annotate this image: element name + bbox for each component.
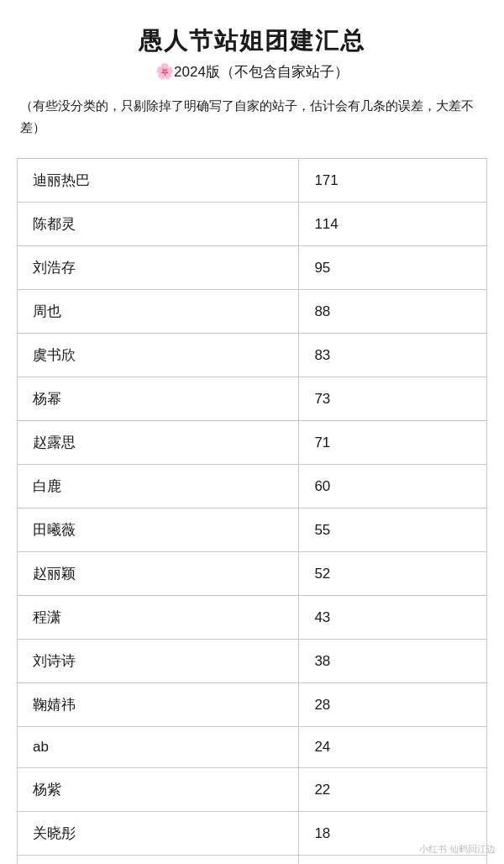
table-row: 虞书欣83	[18, 334, 487, 377]
celebrity-count: 22	[299, 768, 487, 812]
table-row: 赵丽颖52	[18, 552, 487, 596]
table-row: 田曦薇55	[18, 508, 487, 552]
table-row: 刘诗诗38	[18, 640, 487, 683]
celebrity-name: 刘浩存	[18, 246, 299, 290]
celebrity-count: 24	[299, 727, 487, 768]
celebrity-count: 38	[299, 640, 487, 683]
celebrity-count: 95	[299, 246, 487, 290]
celebrity-name: 迪丽热巴	[18, 159, 299, 203]
celebrity-count: 18	[299, 856, 487, 865]
celebrity-name: 虞书欣	[18, 334, 299, 377]
celebrity-count: 73	[299, 377, 487, 421]
ranking-table: 迪丽热巴171陈都灵114刘浩存95周也88虞书欣83杨幂73赵露思71白鹿60…	[17, 158, 487, 864]
table-row: 杨紫22	[18, 768, 487, 812]
celebrity-name: 白鹿	[18, 465, 299, 508]
celebrity-name: 关晓彤	[18, 812, 299, 856]
table-row: 周也88	[18, 290, 487, 334]
table-row: 关晓彤18	[18, 812, 487, 856]
table-row: 陈都灵114	[18, 203, 487, 246]
table-row: 景甜18	[18, 856, 487, 865]
celebrity-name: 景甜	[18, 856, 299, 865]
celebrity-name: 周也	[18, 290, 299, 334]
table-row: 杨幂73	[18, 377, 487, 421]
table-row: 赵露思71	[18, 421, 487, 465]
celebrity-name: 赵丽颖	[18, 552, 299, 596]
celebrity-count: 71	[299, 421, 487, 465]
flower-icon: 🌸	[155, 63, 174, 80]
celebrity-name: 杨紫	[18, 768, 299, 812]
sub-title: 🌸2024版（不包含自家站子）	[17, 62, 487, 82]
table-row: 迪丽热巴171	[18, 159, 487, 203]
main-title: 愚人节站姐团建汇总	[17, 25, 487, 57]
table-row: 鞠婧祎28	[18, 683, 487, 727]
celebrity-count: 83	[299, 334, 487, 377]
watermark: 小红书 仙鹤回江边	[419, 843, 496, 856]
celebrity-name: 程潇	[18, 596, 299, 640]
celebrity-count: 43	[299, 596, 487, 640]
celebrity-name: 刘诗诗	[18, 640, 299, 683]
celebrity-count: 114	[299, 203, 487, 246]
celebrity-name: 鞠婧祎	[18, 683, 299, 727]
table-row: ab24	[18, 727, 487, 768]
celebrity-name: ab	[18, 727, 299, 768]
table-row: 刘浩存95	[18, 246, 487, 290]
celebrity-name: 赵露思	[18, 421, 299, 465]
page-header: 愚人节站姐团建汇总 🌸2024版（不包含自家站子）	[17, 25, 487, 82]
celebrity-count: 60	[299, 465, 487, 508]
celebrity-name: 杨幂	[18, 377, 299, 421]
table-row: 白鹿60	[18, 465, 487, 508]
celebrity-count: 55	[299, 508, 487, 552]
celebrity-count: 88	[299, 290, 487, 334]
celebrity-name: 陈都灵	[18, 203, 299, 246]
celebrity-count: 171	[299, 159, 487, 203]
description-text: （有些没分类的，只剔除掉了明确写了自家的站子，估计会有几条的误差，大差不差）	[17, 95, 487, 138]
celebrity-count: 28	[299, 683, 487, 727]
celebrity-name: 田曦薇	[18, 508, 299, 552]
celebrity-count: 52	[299, 552, 487, 596]
table-row: 程潇43	[18, 596, 487, 640]
